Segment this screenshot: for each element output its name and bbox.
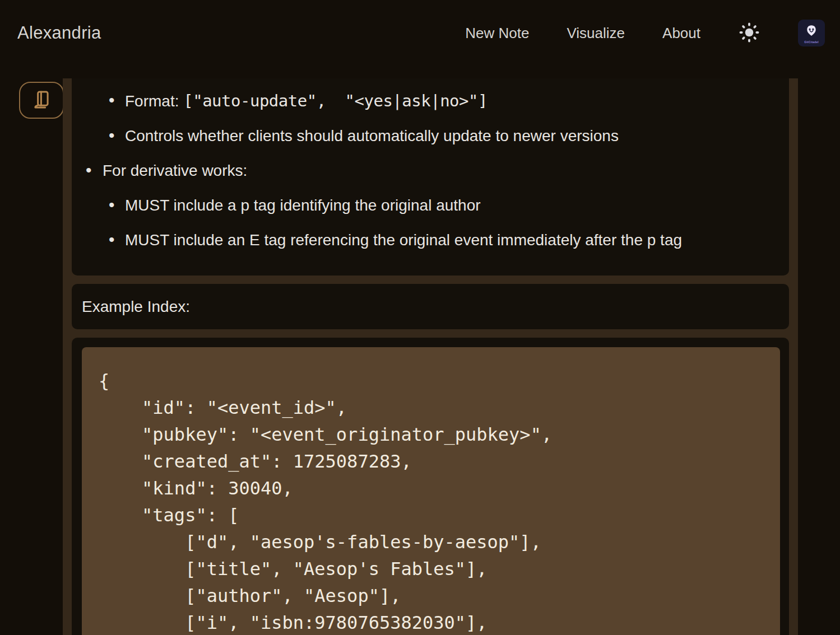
list-item-text: Format: bbox=[125, 92, 183, 110]
example-index-card: Example Index: bbox=[72, 284, 789, 329]
example-index-label: Example Index: bbox=[82, 298, 190, 316]
main-nav: New Note Visualize About bbox=[465, 20, 825, 46]
app-title: Alexandria bbox=[17, 23, 101, 43]
spec-section-card: Format: ["auto-update", "<yes|ask|no>"] … bbox=[72, 78, 789, 276]
list-item-controls: Controls whether clients should automati… bbox=[72, 126, 789, 146]
list-item-format: Format: ["auto-update", "<yes|ask|no>"] bbox=[72, 91, 789, 111]
theme-toggle-button[interactable] bbox=[738, 22, 760, 44]
code-example-card: { "id": "<event_id>", "pubkey": "<event_… bbox=[72, 338, 789, 635]
gitcitadel-shield-icon bbox=[804, 24, 819, 40]
book-icon bbox=[31, 89, 52, 112]
list-item-must-e-tag: MUST include an E tag referencing the or… bbox=[72, 230, 789, 250]
nav-new-note[interactable]: New Note bbox=[465, 25, 529, 42]
list-item-must-p-tag: MUST include a p tag identifying the ori… bbox=[72, 195, 789, 216]
nav-about[interactable]: About bbox=[662, 25, 700, 42]
gitcitadel-logo[interactable]: GitCitadel bbox=[798, 20, 825, 46]
nav-visualize[interactable]: Visualize bbox=[567, 25, 625, 42]
document-scroll-area[interactable]: Format: ["auto-update", "<yes|ask|no>"] … bbox=[63, 78, 798, 635]
table-of-contents-button[interactable] bbox=[19, 82, 64, 119]
list-item-derivative-works: For derivative works: bbox=[72, 161, 789, 181]
sun-icon bbox=[739, 22, 760, 45]
app-header: Alexandria New Note Visualize About bbox=[0, 0, 840, 72]
json-code-block: { "id": "<event_id>", "pubkey": "<event_… bbox=[82, 347, 780, 635]
json-code-text: { "id": "<event_id>", "pubkey": "<event_… bbox=[99, 367, 763, 635]
gitcitadel-logo-label: GitCitadel bbox=[804, 40, 819, 44]
inline-code: ["auto-update", "<yes|ask|no>"] bbox=[183, 91, 488, 110]
